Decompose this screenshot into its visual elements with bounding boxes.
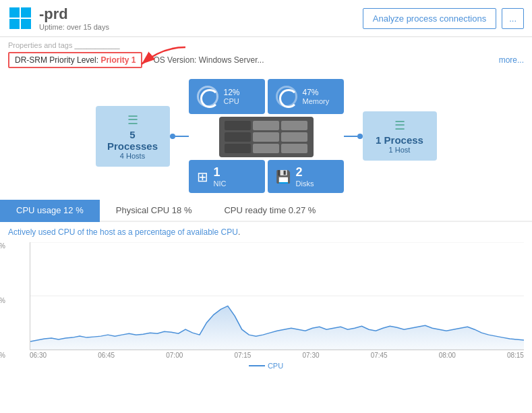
nic-count: 1 (214, 165, 227, 180)
chart-wrapper: 100 % 50 % 0 % (8, 242, 524, 359)
memory-value: 47% (303, 88, 330, 97)
x-axis: 06:30 06:45 07:00 07:15 07:30 07:45 08:0… (8, 350, 524, 359)
disk-count: 2 (296, 165, 314, 180)
server-slot-3 (281, 121, 307, 130)
properties-label: Properties and tags ___________ (8, 41, 524, 49)
cpu-metric-tile: 12% CPU (189, 79, 265, 114)
legend-line (249, 365, 265, 366)
right-connector (344, 134, 363, 139)
nic-metric-tile: ⊞ 1 NIC (189, 160, 265, 193)
server-block (219, 117, 314, 157)
tab-cpu-usage[interactable]: CPU usage 12 % (0, 200, 100, 222)
processes-icon: ☰ (104, 113, 162, 128)
center-diagram: 12% CPU 47% Memory (189, 79, 344, 193)
windows-icon (8, 6, 32, 30)
disk-icon: 💾 (276, 169, 291, 184)
cpu-circle-icon (197, 86, 218, 107)
server-slot-7 (225, 144, 251, 153)
chart-container (30, 242, 524, 350)
properties-section: Properties and tags ___________ DR-SRM P… (0, 37, 532, 72)
nic-label: NIC (214, 180, 227, 188)
chart-description: Actively used CPU of the host as a perce… (8, 227, 524, 237)
svg-rect-2 (9, 19, 20, 29)
left-processes-box: ☰ 5 Processes 4 Hosts (96, 106, 170, 167)
svg-marker-8 (30, 306, 524, 350)
properties-row: DR-SRM Priority Level: Priority 1 OS Ver… (8, 52, 524, 68)
metrics-grid: 12% CPU 47% Memory (189, 79, 344, 157)
left-connector (170, 134, 189, 139)
right-hosts-count: 1 Host (371, 146, 429, 154)
server-slot-5 (253, 132, 279, 142)
cpu-value: 12% (224, 88, 240, 97)
header-actions: Analyze process connections ... (363, 8, 524, 29)
y-axis: 100 % 50 % 0 % (0, 242, 5, 359)
memory-label: Memory (303, 97, 330, 105)
diagram-area: ☰ 5 Processes 4 Hosts 12% CPU 47% Mem (0, 72, 532, 197)
left-dot (170, 134, 175, 139)
cpu-chart-svg (30, 242, 524, 350)
chart-area: Actively used CPU of the host as a perce… (0, 222, 532, 370)
metrics-tabs: CPU usage 12 % Physical CPU 18 % CPU rea… (0, 200, 532, 222)
red-arrow-indicator (121, 44, 189, 73)
svg-rect-0 (9, 7, 20, 18)
processes-count: 5 Processes (104, 129, 162, 152)
chart-with-yaxis: 100 % 50 % 0 % (8, 242, 524, 350)
cpu-label: CPU (224, 97, 240, 105)
cpu-metric-values: 12% CPU (224, 88, 240, 105)
svg-rect-1 (21, 7, 31, 18)
page-header: -prd Uptime: over 15 days Analyze proces… (0, 0, 532, 37)
disk-label: Disks (296, 180, 314, 188)
server-slot-6 (281, 132, 307, 142)
memory-circle-icon (276, 86, 297, 107)
tab-physical-cpu[interactable]: Physical CPU 18 % (100, 200, 208, 222)
more-options-button[interactable]: ... (502, 8, 524, 29)
svg-rect-3 (21, 19, 31, 29)
server-block-container (189, 117, 344, 157)
analyze-button[interactable]: Analyze process connections (363, 8, 496, 29)
nic-values: 1 NIC (214, 165, 227, 188)
right-processes-count: 1 Process (371, 134, 429, 146)
server-slot-2 (253, 121, 279, 130)
chart-legend: CPU (8, 362, 524, 370)
hosts-count: 4 Hosts (104, 152, 162, 160)
left-line (175, 136, 189, 137)
server-slot-8 (253, 144, 279, 153)
server-slot-1 (225, 121, 251, 130)
nic-icon: ⊞ (197, 169, 208, 185)
server-info: -prd Uptime: over 15 days (39, 5, 363, 31)
legend-label: CPU (268, 362, 283, 370)
tab-cpu-ready[interactable]: CPU ready time 0.27 % (208, 200, 332, 222)
more-properties-link[interactable]: more... (499, 55, 524, 65)
right-line (344, 136, 357, 137)
memory-metric-tile: 47% Memory (268, 79, 344, 114)
nic-disks-row: ⊞ 1 NIC 💾 2 Disks (189, 160, 344, 193)
server-slot-9 (281, 144, 307, 153)
right-dot (357, 134, 363, 139)
memory-metric-values: 47% Memory (303, 88, 330, 105)
uptime-label: Uptime: over 15 days (39, 23, 363, 31)
server-title: -prd (39, 5, 363, 23)
right-processes-icon: ☰ (371, 118, 429, 133)
server-slot-4 (225, 132, 251, 142)
disks-metric-tile: 💾 2 Disks (268, 160, 344, 193)
right-processes-box: ☰ 1 Process 1 Host (363, 111, 437, 161)
disk-values: 2 Disks (296, 165, 314, 188)
